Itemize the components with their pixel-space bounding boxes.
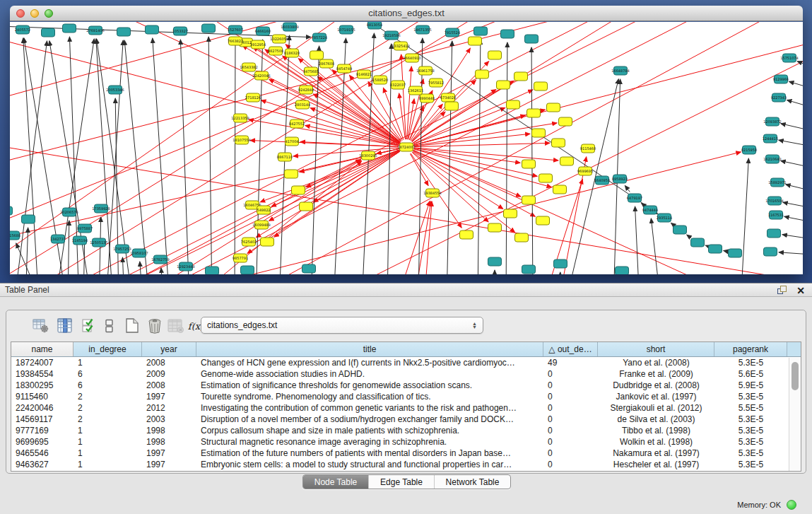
graph-node[interactable] — [22, 215, 35, 223]
graph-node[interactable] — [515, 233, 529, 242]
graph-node[interactable] — [202, 24, 216, 33]
memory-ok-indicator-icon[interactable] — [787, 500, 796, 510]
table-cell-pagerank: 5.3E-5 — [714, 436, 787, 448]
tab-edge-table[interactable]: Edge Table — [368, 475, 434, 489]
graph-node[interactable] — [764, 247, 777, 256]
graph-node[interactable] — [729, 249, 742, 257]
graph-node[interactable] — [300, 202, 313, 211]
table-cell-out_degree: 0 — [543, 414, 598, 425]
tab-network-table[interactable]: Network Table — [434, 475, 510, 489]
graph-node[interactable] — [553, 185, 567, 194]
minimize-window-button[interactable] — [30, 9, 39, 18]
graph-node-label: 18724007 — [397, 145, 415, 149]
table-settings-icon[interactable] — [32, 317, 50, 335]
table-row[interactable]: 969969511998Structural magnetic resonanc… — [11, 436, 801, 448]
graph-node[interactable] — [488, 51, 502, 59]
table-row[interactable]: 1456911722003Disruption of a novel membe… — [11, 414, 801, 425]
graph-node[interactable] — [501, 30, 514, 38]
graph-node[interactable] — [709, 245, 722, 253]
graph-node[interactable] — [552, 139, 565, 147]
paired-rows-icon[interactable] — [100, 317, 119, 335]
close-window-button[interactable] — [16, 9, 25, 18]
graph-node[interactable] — [302, 264, 316, 273]
column-header-out_degree[interactable]: △ out_de… — [543, 342, 598, 356]
graph-node[interactable] — [616, 267, 629, 274]
table-row[interactable]: 1938455462009Genome-wide association stu… — [11, 368, 801, 380]
graph-node-label: 17957253 — [113, 247, 131, 251]
column-header-year[interactable]: year — [142, 342, 196, 356]
delete-icon[interactable] — [146, 317, 164, 335]
network-canvas[interactable]: 2405572276914061053327152760764661601603… — [10, 22, 803, 274]
graph-node[interactable] — [474, 27, 488, 35]
graph-node[interactable] — [554, 259, 567, 268]
graph-node[interactable] — [504, 209, 517, 218]
graph-node[interactable] — [559, 117, 572, 126]
graph-node[interactable] — [532, 129, 546, 137]
graph-node[interactable] — [261, 238, 274, 246]
graph-node[interactable] — [522, 265, 536, 274]
table-cell-in_degree: 1 — [73, 448, 142, 459]
scrollbar-thumb[interactable] — [792, 362, 799, 390]
table-row[interactable]: 946362711997Embryonic stem cells: a mode… — [11, 459, 801, 470]
graph-node[interactable] — [673, 226, 687, 234]
graph-node[interactable] — [514, 72, 528, 81]
network-window-titlebar[interactable]: citations_edges.txt — [10, 6, 803, 21]
graph-node[interactable] — [476, 70, 489, 78]
status-bar: Memory: OK — [0, 495, 812, 514]
graph-node[interactable] — [536, 216, 550, 225]
graph-node[interactable] — [534, 82, 548, 90]
column-header-pagerank[interactable]: pagerank — [714, 342, 787, 356]
graph-node[interactable] — [539, 174, 553, 182]
zoom-window-button[interactable] — [45, 9, 53, 18]
show-columns-icon[interactable] — [56, 317, 74, 335]
graph-node[interactable] — [292, 186, 305, 194]
graph-node[interactable] — [497, 81, 510, 89]
graph-node[interactable] — [310, 51, 324, 59]
table-row[interactable]: 946554611997Estimation of the future num… — [11, 448, 801, 459]
column-header-in_degree[interactable]: in_degree — [73, 342, 142, 356]
graph-node[interactable] — [63, 24, 76, 33]
graph-node-label: 8322037 — [390, 83, 406, 87]
float-front-square — [780, 286, 787, 292]
graph-node[interactable] — [507, 100, 520, 109]
table-row[interactable]: 2242004622012Investigating the contribut… — [11, 402, 801, 414]
table-row[interactable]: 1872400712008Changes of HCN gene express… — [11, 357, 801, 368]
graph-node[interactable] — [117, 28, 131, 36]
graph-node[interactable] — [525, 35, 539, 43]
graph-node[interactable] — [241, 266, 254, 274]
graph-node[interactable] — [488, 223, 502, 232]
network-table-selector[interactable]: citations_edges.txt ▲▼ — [201, 317, 483, 334]
graph-node[interactable] — [206, 267, 219, 274]
graph-node[interactable] — [460, 230, 473, 239]
table-row[interactable]: 977716911998Corpus callosum shape and si… — [11, 425, 801, 436]
float-window-icon[interactable] — [777, 286, 788, 295]
tab-node-table[interactable]: Node Table — [303, 475, 368, 489]
graph-node[interactable] — [527, 109, 541, 117]
graph-node[interactable] — [691, 238, 705, 247]
vertical-scrollbar[interactable] — [789, 358, 801, 471]
close-icon[interactable]: ✕ — [796, 284, 805, 297]
graph-node[interactable] — [767, 229, 781, 238]
graph-node[interactable] — [522, 196, 536, 204]
graph-node-label: 8990448 — [419, 96, 435, 100]
graph-node[interactable] — [560, 157, 574, 165]
column-header-short[interactable]: short — [598, 342, 714, 356]
graph-node[interactable] — [445, 102, 459, 110]
graph-node[interactable] — [285, 170, 298, 178]
table-row[interactable]: 911546021997Tourette syndrome. Phenomeno… — [11, 391, 801, 402]
column-header-title[interactable]: title — [196, 342, 543, 356]
graph-node[interactable] — [10, 206, 13, 215]
table-row[interactable]: 1830029562008Estimation of significance … — [11, 380, 801, 391]
row-checks-icon[interactable] — [80, 317, 98, 335]
graph-node[interactable] — [469, 37, 482, 45]
graph-node-label: 2718126 — [245, 95, 261, 100]
new-file-icon[interactable] — [123, 317, 141, 335]
graph-node[interactable] — [522, 160, 536, 168]
graph-node[interactable] — [488, 257, 502, 266]
graph-node-label: 3912954 — [250, 42, 266, 47]
graph-node[interactable] — [42, 28, 55, 37]
graph-node[interactable] — [547, 103, 560, 112]
graph-node-label: 7625402 — [241, 240, 257, 244]
graph-node[interactable] — [146, 25, 159, 34]
column-header-name[interactable]: name — [11, 342, 73, 356]
